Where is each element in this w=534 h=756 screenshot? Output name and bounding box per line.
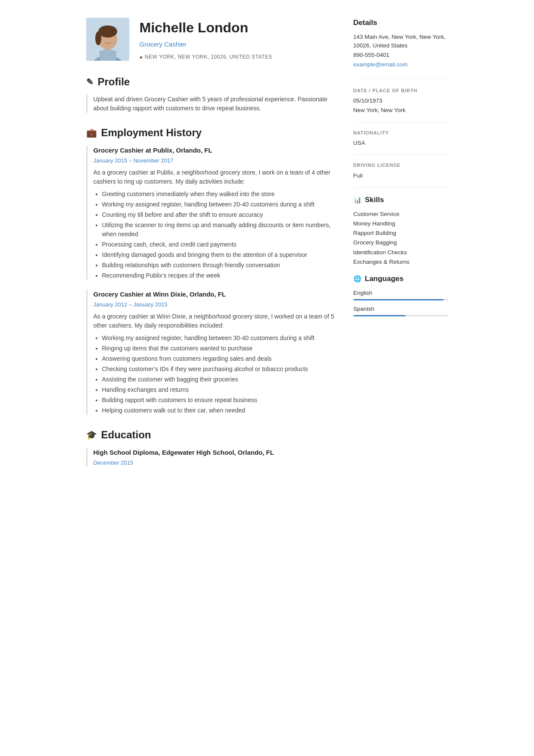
list-item: Recommending Publix’s recipes of the wee… xyxy=(102,271,336,280)
language-bar-background xyxy=(353,299,448,300)
candidate-title: Grocery Cashier xyxy=(140,40,272,50)
skill-item: Grocery Bagging xyxy=(353,238,448,247)
svg-point-4 xyxy=(98,25,117,37)
job-entry: Grocery Cashier at Publix, Orlando, FLJa… xyxy=(86,146,336,280)
job-description: As a grocery cashier at Publix, a neighb… xyxy=(94,168,336,186)
jobs-list: Grocery Cashier at Publix, Orlando, FLJa… xyxy=(86,146,336,415)
main-column: Michelle London Grocery Cashier ● NEW YO… xyxy=(86,17,336,479)
job-bullets: Working my assigned register, handling b… xyxy=(94,334,336,415)
language-name: Spanish xyxy=(353,305,448,313)
sidebar-license: Full xyxy=(353,172,448,180)
education-degree: High School Diploma, Edgewater High Scho… xyxy=(94,448,336,458)
sidebar-email: example@email.com xyxy=(353,60,448,69)
nationality-section: NATIONALITY USA xyxy=(353,122,448,148)
avatar xyxy=(86,18,129,61)
languages-list: EnglishSpanish xyxy=(353,289,448,317)
list-item: Answering questions from customers regar… xyxy=(102,354,336,363)
details-section: Details 143 Main Ave, New York, New York… xyxy=(353,17,448,69)
language-bar-fill xyxy=(353,299,443,300)
profile-icon: ✎ xyxy=(86,75,94,88)
job-title: Grocery Cashier at Publix, Orlando, FL xyxy=(94,146,336,156)
language-item: English xyxy=(353,289,448,300)
education-section: 🎓 Education High School Diploma, Edgewat… xyxy=(86,427,336,467)
license-section: DRIVING LICENSE Full xyxy=(353,154,448,180)
sidebar-address: 143 Main Ave, New York, New York, 10026,… xyxy=(353,33,448,50)
education-entry: High School Diploma, Edgewater High Scho… xyxy=(86,448,336,467)
list-item: Working my assigned register, handling b… xyxy=(102,334,336,343)
language-name: English xyxy=(353,289,448,297)
list-item: Ringing up items that the customers want… xyxy=(102,344,336,353)
education-section-title: 🎓 Education xyxy=(86,427,336,443)
employment-section: 💼 Employment History Grocery Cashier at … xyxy=(86,125,336,415)
sidebar-dob-place: New York, New York xyxy=(353,106,448,115)
list-item: Working my assigned register, handling b… xyxy=(102,200,336,209)
list-item: Utilizing the scanner to ring items up a… xyxy=(102,221,336,239)
candidate-location: ● NEW YORK, NEW YORK, 10026, UNITED STAT… xyxy=(140,53,272,62)
employment-icon: 💼 xyxy=(86,126,97,139)
list-item: Handling exchanges and returns xyxy=(102,385,336,394)
svg-point-5 xyxy=(95,31,101,45)
nationality-label: NATIONALITY xyxy=(353,129,448,137)
employment-section-title: 💼 Employment History xyxy=(86,125,336,141)
job-title: Grocery Cashier at Winn Dixie, Orlando, … xyxy=(94,290,336,300)
education-dates: December 2015 xyxy=(94,459,336,467)
location-icon: ● xyxy=(140,53,143,62)
dob-label: DATE / PLACE OF BIRTH xyxy=(353,87,448,94)
job-dates: January 2015 – November 2017 xyxy=(94,156,336,165)
language-bar-fill xyxy=(353,315,406,316)
profile-text: Upbeat and driven Grocery Cashier with 5… xyxy=(86,95,336,113)
languages-heading: 🌐 Languages xyxy=(353,273,448,284)
sidebar-dob: 05/10/1973 xyxy=(353,97,448,105)
list-item: Counting my till before and after the sh… xyxy=(102,210,336,219)
skills-icon: 📊 xyxy=(353,195,362,205)
job-description: As a grocery cashier at Winn Dixie, a ne… xyxy=(94,312,336,330)
list-item: Checking customer’s IDs if they were pur… xyxy=(102,365,336,374)
languages-icon: 🌐 xyxy=(353,274,362,284)
skill-item: Money Handling xyxy=(353,219,448,228)
sidebar: Details 143 Main Ave, New York, New York… xyxy=(353,17,448,479)
skills-heading: 📊 Skills xyxy=(353,194,448,206)
details-heading: Details xyxy=(353,17,448,28)
list-item: Building rapport with customers to ensur… xyxy=(102,396,336,405)
list-item: Identifying damaged goods and bringing t… xyxy=(102,250,336,259)
skill-item: Rapport Building xyxy=(353,229,448,237)
profile-section-title: ✎ Profile xyxy=(86,74,336,90)
sidebar-phone: 890-555-0401 xyxy=(353,51,448,59)
header-info: Michelle London Grocery Cashier ● NEW YO… xyxy=(140,17,272,61)
candidate-name: Michelle London xyxy=(140,17,272,38)
profile-section: ✎ Profile Upbeat and driven Grocery Cash… xyxy=(86,74,336,113)
job-entry: Grocery Cashier at Winn Dixie, Orlando, … xyxy=(86,290,336,415)
languages-section: 🌐 Languages EnglishSpanish xyxy=(353,273,448,316)
resume-header: Michelle London Grocery Cashier ● NEW YO… xyxy=(86,17,336,61)
education-icon: 🎓 xyxy=(86,428,97,441)
sidebar-nationality: USA xyxy=(353,139,448,147)
page: Michelle London Grocery Cashier ● NEW YO… xyxy=(73,0,461,496)
language-bar-background xyxy=(353,315,448,316)
license-label: DRIVING LICENSE xyxy=(353,162,448,169)
list-item: Helping customers walk out to their car,… xyxy=(102,406,336,415)
list-item: Processing cash, check, and credit card … xyxy=(102,240,336,249)
language-item: Spanish xyxy=(353,305,448,316)
list-item: Greeting customers immediately when they… xyxy=(102,190,336,199)
education-list: High School Diploma, Edgewater High Scho… xyxy=(86,448,336,467)
skill-item: Exchanges & Returns xyxy=(353,258,448,266)
skills-list: Customer ServiceMoney HandlingRapport Bu… xyxy=(353,210,448,267)
list-item: Building relationships with customers th… xyxy=(102,261,336,270)
job-bullets: Greeting customers immediately when they… xyxy=(94,190,336,280)
skill-item: Customer Service xyxy=(353,210,448,219)
skill-item: Identification Checks xyxy=(353,248,448,257)
list-item: Assisting the customer with bagging thei… xyxy=(102,375,336,384)
job-dates: January 2012 – January 2015 xyxy=(94,300,336,309)
skills-section: 📊 Skills Customer ServiceMoney HandlingR… xyxy=(353,187,448,266)
dob-section: DATE / PLACE OF BIRTH 05/10/1973 New Yor… xyxy=(353,80,448,115)
